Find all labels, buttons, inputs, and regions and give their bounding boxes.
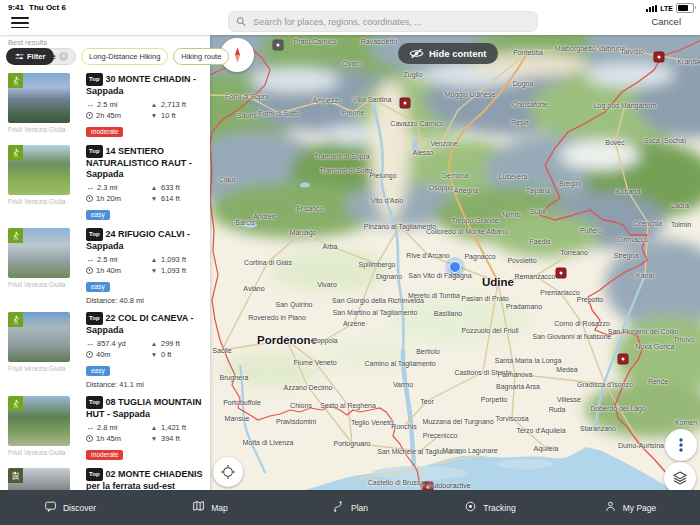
search-input[interactable]	[251, 16, 530, 28]
route-photo-thumbnail	[8, 396, 70, 446]
route-duration: 1h 45m	[96, 434, 121, 443]
tab-plan[interactable]: Plan	[280, 490, 420, 525]
route-stats: ↔2.8 mi▲1,421 ft1h 45m▼394 ft	[86, 423, 210, 443]
route-length: 2.5 mi	[97, 100, 117, 109]
descent-icon: ▼	[150, 112, 158, 119]
current-location-dot	[449, 261, 461, 273]
poi-marker-icon[interactable]	[556, 268, 567, 279]
route-photo-thumbnail	[8, 228, 70, 278]
route-duration: 1h 40m	[96, 266, 121, 275]
status-date: Thu Oct 6	[29, 3, 66, 12]
activity-badge	[8, 228, 23, 243]
tab-label: Map	[211, 503, 228, 513]
filter-chip[interactable]: Long-Distance Hiking	[81, 48, 168, 65]
route-card-body: Top14 SENTIERO NATURALISTICO RAUT - Sapp…	[86, 144, 210, 221]
length-icon: ↔	[86, 100, 94, 109]
route-ascent: 633 ft	[161, 183, 180, 192]
activity-badge	[8, 312, 23, 327]
route-ascent: 2,713 ft	[161, 100, 186, 109]
route-duration: 1h 20m	[96, 194, 121, 203]
duration-icon	[86, 435, 93, 442]
hamburger-menu-icon[interactable]	[11, 17, 29, 30]
route-length: 2.5 mi	[97, 255, 117, 264]
hiker-icon	[11, 399, 21, 409]
route-descent: 1,093 ft	[161, 266, 186, 275]
crosshair-icon	[220, 464, 236, 480]
ascent-icon: ▲	[150, 424, 158, 431]
poi-marker-icon[interactable]	[618, 354, 629, 365]
descent-icon: ▼	[150, 351, 158, 358]
top-badge: Top	[86, 145, 103, 158]
activity-badge	[8, 468, 23, 483]
length-icon: ↔	[86, 339, 94, 348]
route-descent: 394 ft	[161, 434, 180, 443]
map-layers-button[interactable]	[664, 462, 696, 490]
activity-badge	[8, 73, 23, 88]
route-card-body: Top08 TUGLIA MOUNTAIN HUT - Sappada↔2.8 …	[86, 395, 210, 461]
route-descent: 614 ft	[161, 194, 180, 203]
tab-discover[interactable]: Discover	[0, 490, 140, 525]
ascent-icon: ▲	[150, 256, 158, 263]
duration-icon	[86, 267, 93, 274]
descent-icon: ▼	[150, 435, 158, 442]
tab-my-page[interactable]: My Page	[560, 490, 700, 525]
bottom-tab-bar: DiscoverMapPlanTrackingMy Page	[0, 490, 700, 525]
route-length: 2.8 mi	[97, 423, 117, 432]
route-length: 2.3 mi	[97, 183, 117, 192]
route-card[interactable]: Top24 RIFUGIO CALVI - Sappada↔2.5 mi▲1,0…	[0, 227, 210, 305]
route-stats: ↔2.5 mi▲2,713 ft2h 45m▼10 ft	[86, 100, 210, 120]
route-card-body: Top24 RIFUGIO CALVI - Sappada↔2.5 mi▲1,0…	[86, 227, 210, 305]
top-badge: Top	[86, 468, 103, 481]
search-bar[interactable]	[228, 11, 538, 32]
poi-marker-icon[interactable]	[654, 52, 665, 63]
route-stats: ↔2.5 mi▲1,093 ft1h 40m▼1,093 ft	[86, 255, 210, 275]
route-card-body: Top22 COL DI CANEVA - Sappada↔857.4 yd▲2…	[86, 311, 210, 389]
tab-label: My Page	[623, 503, 657, 513]
poi-marker-icon[interactable]	[400, 98, 411, 109]
route-card[interactable]: Top22 COL DI CANEVA - Sappada↔857.4 yd▲2…	[0, 311, 210, 389]
map-more-button[interactable]	[665, 429, 697, 461]
network-type-label: LTE	[660, 5, 673, 12]
route-results-list: Top30 MONTE CHIADIN - Sappada↔2.5 mi▲2,7…	[0, 72, 210, 525]
duration-icon	[86, 112, 93, 119]
ascent-icon: ▲	[150, 340, 158, 347]
route-card[interactable]: Top14 SENTIERO NATURALISTICO RAUT - Sapp…	[0, 144, 210, 221]
tab-map[interactable]: Map	[140, 490, 280, 525]
top-badge: Top	[86, 312, 103, 325]
route-ascent: 1,421 ft	[161, 423, 186, 432]
duration-icon	[86, 351, 93, 358]
tab-tracking[interactable]: Tracking	[420, 490, 560, 525]
top-badge: Top	[86, 396, 103, 409]
tab-label: Discover	[63, 503, 96, 513]
outdooractive-app: UdinePordenonePrato CarnicoRavasclettoPo…	[0, 0, 700, 525]
filter-chip[interactable]: Hiking route	[173, 48, 229, 65]
route-distance-away: Distance: 40.8 mi	[86, 296, 210, 305]
top-badge: Top	[86, 73, 103, 86]
filter-button[interactable]: Filter	[6, 48, 54, 65]
hiker-icon	[11, 76, 21, 86]
route-card-body: Top30 MONTE CHIADIN - Sappada↔2.5 mi▲2,7…	[86, 72, 210, 138]
length-icon: ↔	[86, 423, 94, 432]
route-descent: 10 ft	[161, 111, 176, 120]
route-card[interactable]: Top30 MONTE CHIADIN - Sappada↔2.5 mi▲2,7…	[0, 72, 210, 138]
difficulty-badge: moderate	[86, 450, 123, 460]
poi-marker-gray-icon[interactable]	[273, 40, 284, 51]
battery-icon	[676, 3, 694, 13]
route-photo-thumbnail	[8, 73, 70, 123]
route-duration: 40m	[96, 350, 111, 359]
cancel-button[interactable]: Cancel	[651, 16, 681, 27]
remove-chip-icon[interactable]: ×	[59, 52, 68, 61]
route-card[interactable]: Top08 TUGLIA MOUNTAIN HUT - Sappada↔2.8 …	[0, 395, 210, 461]
descent-icon: ▼	[150, 267, 158, 274]
locate-me-button[interactable]	[213, 457, 243, 487]
search-icon	[236, 16, 246, 27]
results-panel: Best results Filter Hiking route×Long-Di…	[0, 35, 210, 525]
hide-content-button[interactable]: Hide content	[398, 43, 498, 64]
route-region-label: Friuli Venezia Giulia	[8, 449, 65, 456]
map-canvas[interactable]: UdinePordenonePrato CarnicoRavasclettoPo…	[210, 35, 700, 490]
route-duration: 2h 45m	[96, 111, 121, 120]
route-length: 857.4 yd	[97, 339, 126, 348]
map-icon	[192, 500, 205, 515]
filter-button-label: Filter	[27, 52, 45, 61]
plan-route-icon	[332, 500, 345, 515]
